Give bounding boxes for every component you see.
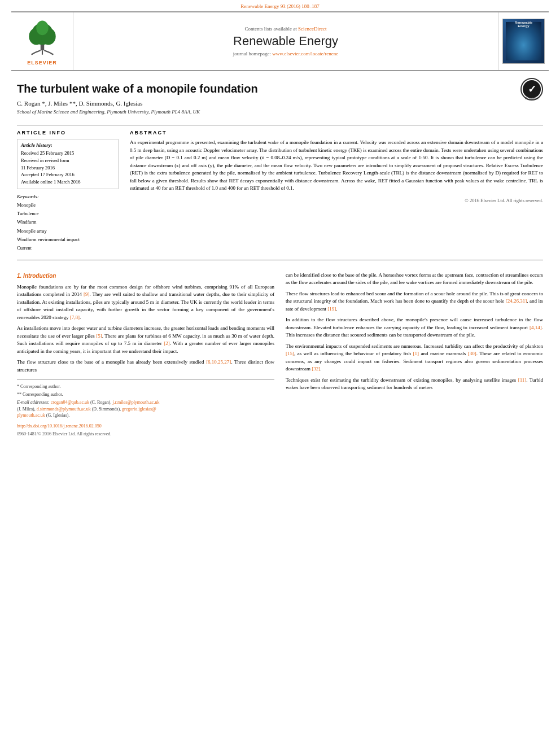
copyright-line: © 2016 Elsevier Ltd. All rights reserved… (130, 197, 543, 204)
received-1: Received 25 February 2015 (21, 150, 115, 157)
email-miles[interactable]: j.r.miles@plymouth.ac.uk (113, 400, 160, 405)
abstract-column: ABSTRACT An experimental programme is pr… (130, 130, 543, 253)
journal-title: Renewable Energy (233, 34, 338, 49)
intro-p3: The flow structure close to the base of … (17, 359, 274, 374)
article-info-column: ARTICLE INFO Article history: Received 2… (17, 130, 119, 253)
emails-label: E-mail addresses: (17, 400, 50, 405)
elsevier-label: ELSEVIER (17, 60, 68, 65)
revised-date: 11 February 2016 (21, 164, 115, 172)
sciencedirect-line: Contents lists available at ScienceDirec… (245, 26, 327, 32)
article-history-box: Article history: Received 25 February 20… (17, 139, 119, 189)
right-p2: These flow structures lead to enhanced b… (286, 290, 543, 313)
journal-reference: Renewable Energy 93 (2016) 180–187 (240, 3, 319, 9)
keyword-windfarm: Windfarm (17, 218, 119, 226)
journal-homepage: journal homepage: www.elsevier.com/locat… (233, 51, 338, 56)
affiliation-line: School of Marine Science and Engineering… (17, 109, 258, 115)
title-block: The turbulent wake of a monopile foundat… (17, 77, 258, 120)
received-revised: Received in revised form (21, 157, 115, 164)
main-content: 1. Introduction Monopile foundations are… (17, 272, 543, 438)
ref-9[interactable]: [9] (84, 291, 90, 297)
right-column: can be identified close to the base of t… (286, 272, 543, 438)
intro-p1: Monopile foundations are by far the most… (17, 283, 274, 322)
ref-4-14[interactable]: [4,14] (530, 325, 542, 330)
svg-point-4 (36, 20, 49, 35)
right-p3: In addition to the flow structures descr… (286, 316, 543, 339)
footnotes: * Corresponding author. ** Corresponding… (17, 379, 274, 418)
right-p4: The environmental impacts of suspended s… (286, 343, 543, 373)
article-info-abstract: ARTICLE INFO Article history: Received 2… (17, 130, 543, 253)
email-simmonds[interactable]: d.simmonds@plymouth.ac.uk (37, 407, 91, 412)
divider-after-authors (17, 125, 543, 125)
ref-15[interactable]: [15] (286, 351, 294, 356)
right-p5: Techniques exist for estimating the turb… (286, 377, 543, 392)
crossmark-badge[interactable]: ✓ CrossMark (520, 78, 543, 101)
keyword-monopile: Monopile (17, 201, 119, 209)
email-crogan[interactable]: crogan04@qub.ac.uk (51, 400, 89, 405)
intro-p2: As installations move into deeper water … (17, 325, 274, 355)
ref-11[interactable]: [11] (518, 377, 527, 383)
ref-5[interactable]: [5] (96, 333, 102, 339)
available-online: Available online 1 March 2016 (21, 178, 115, 186)
sciencedirect-link[interactable]: ScienceDirect (298, 26, 326, 32)
article-info-header: ARTICLE INFO (17, 130, 119, 136)
keyword-monopile-array: Monopile array (17, 227, 119, 235)
keywords-list: Monopile Turbulence Windfarm Monopile ar… (17, 201, 119, 253)
ref-30[interactable]: [30] (468, 351, 476, 356)
article-history-title: Article history: (21, 142, 115, 148)
doi-line: http://dx.doi.org/10.1016/j.renene.2016.… (17, 423, 274, 430)
title-crossmark-row: The turbulent wake of a monopile foundat… (17, 77, 543, 120)
right-p1: can be identified close to the base of t… (286, 272, 543, 287)
keywords-box: Keywords: Monopile Turbulence Windfarm M… (17, 194, 119, 253)
cover-title: RenewableEnergy (503, 21, 544, 28)
ref-6-10-25-27[interactable]: [6,10,25,27] (206, 359, 231, 365)
issn-line: 0960-1481/© 2016 Elsevier Ltd. All right… (17, 431, 274, 438)
journal-center: Contents lists available at ScienceDirec… (73, 12, 498, 70)
elsevier-tree-svg (17, 17, 68, 56)
accepted: Accepted 17 February 2016 (21, 171, 115, 178)
page-wrapper: Renewable Energy 93 (2016) 180–187 (0, 0, 560, 443)
keyword-current: Current (17, 244, 119, 252)
ref-24-26-31[interactable]: [24,26,31] (506, 298, 527, 304)
homepage-url[interactable]: www.elsevier.com/locate/renene (272, 51, 338, 56)
keyword-turbulence: Turbulence (17, 209, 119, 218)
elsevier-box: ELSEVIER (17, 17, 68, 65)
doi-url[interactable]: http://dx.doi.org/10.1016/j.renene.2016.… (17, 423, 102, 429)
keywords-title: Keywords: (17, 194, 119, 199)
cover-image: RenewableEnergy (502, 19, 545, 64)
elsevier-logo-container: ELSEVIER (11, 12, 73, 70)
footnote-emails: E-mail addresses: crogan04@qub.ac.uk (C.… (17, 399, 274, 418)
keyword-environmental: Windfarm environmental impact (17, 235, 119, 244)
journal-header: ELSEVIER Contents lists available at Sci… (11, 11, 549, 71)
svg-text:✓: ✓ (528, 84, 536, 95)
divider-after-abstract (17, 260, 543, 260)
ref-32[interactable]: [32] (312, 366, 320, 372)
svg-text:CrossMark: CrossMark (525, 97, 539, 100)
abstract-header: ABSTRACT (130, 130, 543, 136)
abstract-text: An experimental programme is presented, … (130, 139, 543, 204)
ref-7-8[interactable]: [7,8] (70, 314, 80, 320)
footnote-2: ** Corresponding author. (17, 391, 274, 397)
crossmark-svg: ✓ CrossMark (520, 78, 543, 101)
footnote-1: * Corresponding author. (17, 383, 274, 390)
authors-line: C. Rogan *, J. Miles **, D. Simmonds, G.… (17, 100, 258, 107)
journal-cover: RenewableEnergy (498, 12, 549, 70)
article-body: The turbulent wake of a monopile foundat… (17, 71, 543, 443)
article-title: The turbulent wake of a monopile foundat… (17, 82, 258, 95)
journal-reference-bar: Renewable Energy 93 (2016) 180–187 (0, 0, 560, 11)
ref-2[interactable]: [2] (164, 340, 170, 346)
left-column: 1. Introduction Monopile foundations are… (17, 272, 274, 438)
ref-1[interactable]: [1] (413, 351, 419, 356)
section1-title: 1. Introduction (17, 272, 274, 280)
ref-19[interactable]: [19] (327, 306, 336, 312)
